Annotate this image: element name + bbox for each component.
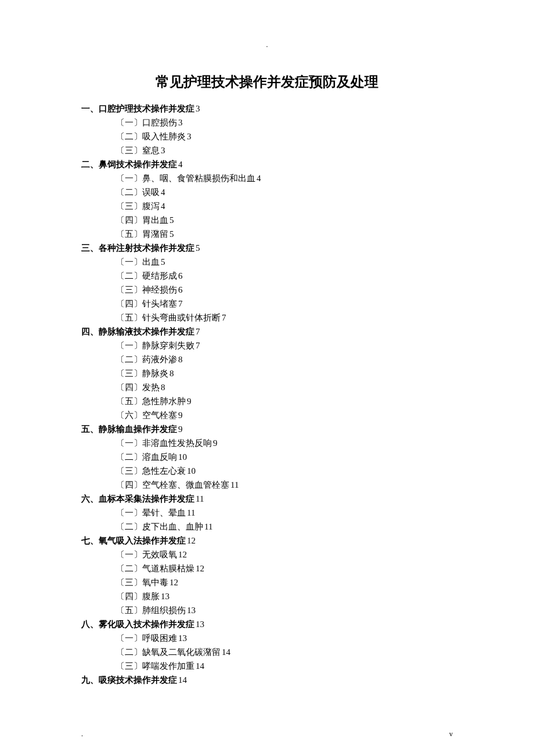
toc-sub-item-label: 〔二〕吸入性肺炎 <box>116 132 186 141</box>
toc-sub-item-label: 〔一〕无效吸氧 <box>116 550 177 559</box>
toc-section-title: 五、静脉输血操作并发症 <box>81 424 177 434</box>
toc-sub-item-page: 3 <box>178 118 183 127</box>
toc-sub-item: 〔一〕呼吸困难13 <box>116 631 453 645</box>
toc-sub-item: 〔三〕窒息3 <box>116 143 453 157</box>
toc-sub-item-label: 〔一〕静脉穿刺失败 <box>116 341 194 350</box>
toc-section-title: 二、鼻饲技术操作并发症 <box>81 159 177 169</box>
toc-section-heading: 五、静脉输血操作并发症9 <box>81 422 453 436</box>
toc-sub-item: 〔一〕出血5 <box>116 255 453 269</box>
toc-section-heading: 八、雾化吸入技术操作并发症13 <box>81 617 453 631</box>
toc-sub-item-page: 3 <box>187 132 192 141</box>
toc-section-title: 九、吸痰技术操作并发症 <box>81 675 177 685</box>
toc-sub-item-label: 〔四〕发热 <box>116 383 160 392</box>
toc-section-page: 9 <box>178 424 183 434</box>
toc-sub-item: 〔四〕发热8 <box>116 380 453 394</box>
toc-sub-item-page: 8 <box>169 369 174 378</box>
toc-sub-item-label: 〔一〕非溶血性发热反响 <box>116 438 212 448</box>
page-top-marker: . <box>81 41 453 49</box>
toc-sub-item: 〔二〕误吸4 <box>116 185 453 199</box>
toc-sub-item-page: 13 <box>187 606 196 615</box>
toc-sub-item-label: 〔六〕空气栓塞 <box>116 411 177 420</box>
toc-sub-item-page: 8 <box>178 355 183 364</box>
toc-sub-item-label: 〔一〕出血 <box>116 257 160 267</box>
toc-sub-item-label: 〔五〕针头弯曲或针体折断 <box>116 313 221 322</box>
toc-sub-item-label: 〔四〕腹胀 <box>116 592 160 601</box>
toc-sub-item: 〔四〕针头堵塞7 <box>116 297 453 311</box>
toc-sub-item: 〔二〕溶血反响10 <box>116 450 453 464</box>
toc-sub-item-page: 14 <box>222 647 230 657</box>
toc-sub-item-page: 11 <box>230 480 239 489</box>
toc-section-page: 13 <box>196 620 204 629</box>
toc-section-title: 一、口腔护理技术操作并发症 <box>81 103 194 113</box>
toc-sub-item: 〔二〕缺氧及二氧化碳潴留14 <box>116 645 453 659</box>
toc-sub-item: 〔三〕急性左心衰10 <box>116 464 453 478</box>
toc-sub-item-page: 12 <box>178 550 187 559</box>
toc-section-page: 12 <box>187 536 196 545</box>
toc-sub-item-label: 〔五〕胃潴留 <box>116 229 168 239</box>
toc-sub-item-label: 〔三〕神经损伤 <box>116 285 177 294</box>
toc-sub-item-page: 10 <box>178 452 187 462</box>
toc-sub-item-page: 14 <box>196 661 204 671</box>
toc-sub-item-page: 7 <box>196 341 200 350</box>
toc-sub-item: 〔一〕晕针、晕血11 <box>116 506 453 520</box>
toc-sub-item: 〔一〕鼻、咽、食管粘膜损伤和出血4 <box>116 171 453 185</box>
toc-sub-item-label: 〔二〕药液外渗 <box>116 355 177 364</box>
toc-section-heading: 六、血标本采集法操作并发症11 <box>81 492 453 506</box>
toc-section-page: 5 <box>196 243 200 253</box>
toc-sub-item-label: 〔二〕误吸 <box>116 188 160 197</box>
toc-sub-item: 〔三〕静脉炎8 <box>116 366 453 380</box>
toc-sub-item-page: 5 <box>161 257 165 267</box>
toc-sub-item-label: 〔二〕溶血反响 <box>116 452 177 462</box>
toc-sub-item: 〔一〕非溶血性发热反响9 <box>116 436 453 450</box>
toc-sub-item-label: 〔二〕缺氧及二氧化碳潴留 <box>116 647 221 657</box>
toc-sub-item-label: 〔三〕哮喘发作加重 <box>116 661 194 671</box>
toc-sub-item-page: 4 <box>161 188 165 197</box>
table-of-contents: 一、口腔护理技术操作并发症3〔一〕口腔损伤3〔二〕吸入性肺炎3〔三〕窒息3二、鼻… <box>81 102 453 687</box>
toc-sub-item-label: 〔三〕窒息 <box>116 146 160 155</box>
toc-section-page: 11 <box>196 494 204 503</box>
toc-section-page: 3 <box>196 104 200 113</box>
page-footer: . v <box>0 730 534 739</box>
toc-section-heading: 九、吸痰技术操作并发症14 <box>81 673 453 687</box>
toc-sub-item: 〔一〕口腔损伤3 <box>116 116 453 129</box>
toc-section-heading: 一、口腔护理技术操作并发症3 <box>81 102 453 116</box>
toc-sub-item: 〔三〕哮喘发作加重14 <box>116 659 453 673</box>
toc-sub-item-page: 13 <box>178 633 187 643</box>
toc-section-title: 四、静脉输液技术操作并发症 <box>81 326 194 336</box>
toc-sub-item-label: 〔二〕气道粘膜枯燥 <box>116 564 194 573</box>
toc-section-heading: 二、鼻饲技术操作并发症4 <box>81 157 453 171</box>
footer-left-marker: . <box>81 730 83 739</box>
toc-sub-item-page: 9 <box>213 438 218 448</box>
toc-sub-item: 〔三〕神经损伤6 <box>116 283 453 297</box>
toc-sub-item: 〔五〕肺组织损伤13 <box>116 603 453 617</box>
toc-sub-item-page: 13 <box>161 592 169 601</box>
toc-sub-item: 〔四〕腹胀13 <box>116 589 453 603</box>
toc-sub-item-label: 〔一〕晕针、晕血 <box>116 508 186 517</box>
toc-sub-item-page: 12 <box>169 578 178 587</box>
toc-sub-item: 〔二〕气道粘膜枯燥12 <box>116 561 453 575</box>
toc-sub-item: 〔二〕硬结形成6 <box>116 269 453 283</box>
toc-sub-item-label: 〔四〕针头堵塞 <box>116 299 177 308</box>
toc-sub-item-label: 〔三〕静脉炎 <box>116 369 168 378</box>
toc-sub-item: 〔二〕吸入性肺炎3 <box>116 129 453 143</box>
toc-sub-item-label: 〔一〕鼻、咽、食管粘膜损伤和出血 <box>116 174 255 183</box>
toc-sub-item-label: 〔五〕肺组织损伤 <box>116 606 186 615</box>
toc-sub-item: 〔四〕空气栓塞、微血管栓塞11 <box>116 478 453 492</box>
toc-sub-item: 〔六〕空气栓塞9 <box>116 408 453 422</box>
toc-sub-item-page: 4 <box>161 201 165 211</box>
footer-right-marker: v <box>449 730 453 739</box>
toc-sub-item-label: 〔一〕口腔损伤 <box>116 118 177 127</box>
toc-sub-item-label: 〔四〕胃出血 <box>116 215 168 225</box>
toc-sub-item-label: 〔三〕急性左心衰 <box>116 466 186 476</box>
toc-section-page: 4 <box>178 160 183 169</box>
toc-section-page: 7 <box>196 327 200 336</box>
toc-sub-item-page: 9 <box>187 397 192 406</box>
toc-sub-item-label: 〔五〕急性肺水肿 <box>116 397 186 406</box>
toc-section-title: 七、氧气吸入法操作并发症 <box>81 535 186 545</box>
toc-sub-item: 〔五〕针头弯曲或针体折断7 <box>116 311 453 325</box>
toc-sub-item-label: 〔二〕硬结形成 <box>116 271 177 280</box>
toc-section-heading: 四、静脉输液技术操作并发症7 <box>81 325 453 339</box>
toc-sub-item-page: 9 <box>178 411 183 420</box>
toc-sub-item-label: 〔四〕空气栓塞、微血管栓塞 <box>116 480 229 489</box>
toc-sub-item: 〔三〕氧中毒12 <box>116 575 453 589</box>
